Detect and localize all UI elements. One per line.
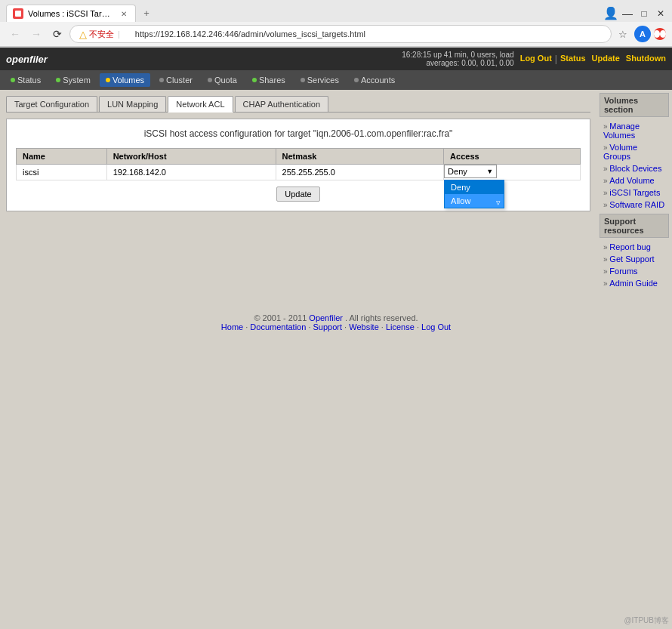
minimize-button[interactable]: — <box>622 8 633 19</box>
sidebar-link-iscsi-targets[interactable]: iSCSI Targets <box>600 187 669 199</box>
app-header: openfiler 16:28:15 up 41 min, 0 users, l… <box>0 48 672 70</box>
footer-separator-3: · <box>342 322 349 331</box>
bookmark-button[interactable]: ☆ <box>615 26 631 42</box>
sub-nav-chap-authentication[interactable]: CHAP Authentication <box>235 96 329 112</box>
sidebar-support-links: Report bugGet SupportForumsAdmin Guide <box>600 241 669 289</box>
profile-button[interactable]: A <box>634 26 651 42</box>
col-access: Access <box>444 149 581 165</box>
header-status: 16:28:15 up 41 min, 0 users, load averag… <box>402 51 513 67</box>
nav-dot-system <box>56 78 60 82</box>
sidebar-volumes-links: Manage VolumesVolume GroupsBlock Devices… <box>600 120 669 211</box>
dropdown-option-deny[interactable]: Deny <box>445 180 504 194</box>
sidebar-link-add-volume[interactable]: Add Volume <box>600 174 669 187</box>
access-dropdown-container[interactable]: Deny ▼ Deny Allow ▿ <box>444 165 497 178</box>
refresh-button[interactable]: ⟳ <box>48 25 66 43</box>
chrome-update-button[interactable] <box>654 28 666 40</box>
footer-separator-2: · <box>306 322 313 331</box>
watermark: @ITPUB博客 <box>624 615 669 626</box>
update-link[interactable]: Update <box>592 54 620 64</box>
sidebar-link-manage-volumes[interactable]: Manage Volumes <box>600 120 669 141</box>
cursor-indicator: ▿ <box>496 198 501 208</box>
access-select[interactable]: Deny ▼ <box>444 165 497 178</box>
footer-copyright: © 2001 - 2011 Openfiler . All rights res… <box>6 313 666 322</box>
security-warning: △ 不安全 | <box>76 29 125 40</box>
title-bar: Volumes : iSCSI Target ✕ + 👤 — □ ✕ <box>0 0 672 22</box>
content-box: iSCSI host access configuration for targ… <box>6 119 590 211</box>
warning-icon: △ <box>79 29 87 40</box>
shutdown-link[interactable]: Shutdown <box>626 54 666 64</box>
content-title: iSCSI host access configuration for targ… <box>16 128 581 139</box>
maximize-button[interactable]: □ <box>639 8 649 19</box>
new-tab-button[interactable]: + <box>139 6 154 21</box>
sidebar-link-get-support[interactable]: Get Support <box>600 253 669 265</box>
sidebar: Volumes section Manage VolumesVolume Gro… <box>596 90 672 292</box>
back-button[interactable]: ← <box>6 25 24 43</box>
sub-nav-target-configuration[interactable]: Target Configuration <box>6 96 97 112</box>
nav-item-quota[interactable]: Quota <box>202 73 243 87</box>
header-right: 16:28:15 up 41 min, 0 users, load averag… <box>402 51 666 67</box>
footer-link-home[interactable]: Home <box>221 322 243 331</box>
nav-dot-cluster <box>159 78 164 82</box>
dropdown-arrow-icon: ▼ <box>486 168 493 175</box>
nav-dot-shares <box>252 78 257 82</box>
tab-title: Volumes : iSCSI Target <box>28 9 111 18</box>
nav-item-services[interactable]: Services <box>294 73 345 87</box>
col-name: Name <box>17 149 107 165</box>
url-separator: | <box>118 29 120 39</box>
security-text: 不安全 <box>89 29 114 40</box>
cell-access[interactable]: Deny ▼ Deny Allow ▿ <box>444 165 581 180</box>
sidebar-link-software-raid[interactable]: Software RAID <box>600 199 669 211</box>
app: openfiler 16:28:15 up 41 min, 0 users, l… <box>0 48 672 338</box>
footer-link-license[interactable]: License <box>386 322 415 331</box>
nav-item-cluster[interactable]: Cluster <box>153 73 199 87</box>
dropdown-option-allow[interactable]: Allow ▿ <box>445 194 504 208</box>
access-table: Name Network/Host Netmask Access iscsi 1… <box>16 148 581 180</box>
sidebar-link-report-bug[interactable]: Report bug <box>600 241 669 253</box>
logout-link[interactable]: Log Out <box>520 54 552 64</box>
nav-label-quota: Quota <box>214 76 237 85</box>
footer-link-log-out[interactable]: Log Out <box>421 322 451 331</box>
close-window-button[interactable]: ✕ <box>655 8 666 19</box>
nav-label-services: Services <box>307 76 339 85</box>
tab-close-button[interactable]: ✕ <box>119 8 129 19</box>
browser-chrome: Volumes : iSCSI Target ✕ + 👤 — □ ✕ ← → ⟳… <box>0 0 672 48</box>
sidebar-link-volume-groups[interactable]: Volume Groups <box>600 141 669 162</box>
cell-name: iscsi <box>17 165 107 180</box>
access-dropdown-menu[interactable]: Deny Allow ▿ <box>444 180 504 208</box>
footer-link-website[interactable]: Website <box>349 322 379 331</box>
nav-item-status[interactable]: Status <box>5 73 47 87</box>
user-icon[interactable]: 👤 <box>606 8 616 19</box>
footer: © 2001 - 2011 Openfiler . All rights res… <box>0 307 672 338</box>
nav-right-buttons: ☆ A <box>615 26 666 42</box>
sidebar-support-title: Support resources <box>600 214 669 238</box>
nav-item-volumes[interactable]: Volumes <box>100 73 150 87</box>
sidebar-link-forums[interactable]: Forums <box>600 265 669 277</box>
sub-nav-network-acl[interactable]: Network ACL <box>168 96 233 113</box>
forward-button[interactable]: → <box>27 25 45 43</box>
col-network-host: Network/Host <box>106 149 276 165</box>
sidebar-link-admin-guide[interactable]: Admin Guide <box>600 277 669 289</box>
url-input[interactable] <box>128 27 605 41</box>
nav-item-shares[interactable]: Shares <box>246 73 291 87</box>
nav-item-system[interactable]: System <box>50 73 97 87</box>
nav-dot-services <box>301 78 305 82</box>
browser-tab[interactable]: Volumes : iSCSI Target ✕ <box>6 5 136 22</box>
footer-link-documentation[interactable]: Documentation <box>250 322 306 331</box>
main-content: Target ConfigurationLUN MappingNetwork A… <box>0 90 596 292</box>
nav-dot-quota <box>208 78 212 82</box>
status-link[interactable]: Status <box>560 54 586 64</box>
tab-favicon <box>13 8 23 19</box>
table-row: iscsi 192.168.142.0 255.255.255.0 Deny ▼ <box>17 165 581 180</box>
sidebar-link-block-devices[interactable]: Block Devices <box>600 162 669 174</box>
header-links: Log Out | Status Update Shutdown <box>520 54 666 64</box>
sub-nav: Target ConfigurationLUN MappingNetwork A… <box>6 96 590 113</box>
sub-nav-lun-mapping[interactable]: LUN Mapping <box>99 96 166 112</box>
app-logo: openfiler <box>6 54 48 65</box>
content-area: Target ConfigurationLUN MappingNetwork A… <box>0 90 672 292</box>
footer-link-support[interactable]: Support <box>313 322 343 331</box>
nav-label-status: Status <box>17 76 41 85</box>
update-button[interactable]: Update <box>276 187 319 202</box>
openfiler-link[interactable]: Openfiler <box>309 313 343 322</box>
nav-item-accounts[interactable]: Accounts <box>348 73 401 87</box>
footer-separator-1: · <box>243 322 250 331</box>
